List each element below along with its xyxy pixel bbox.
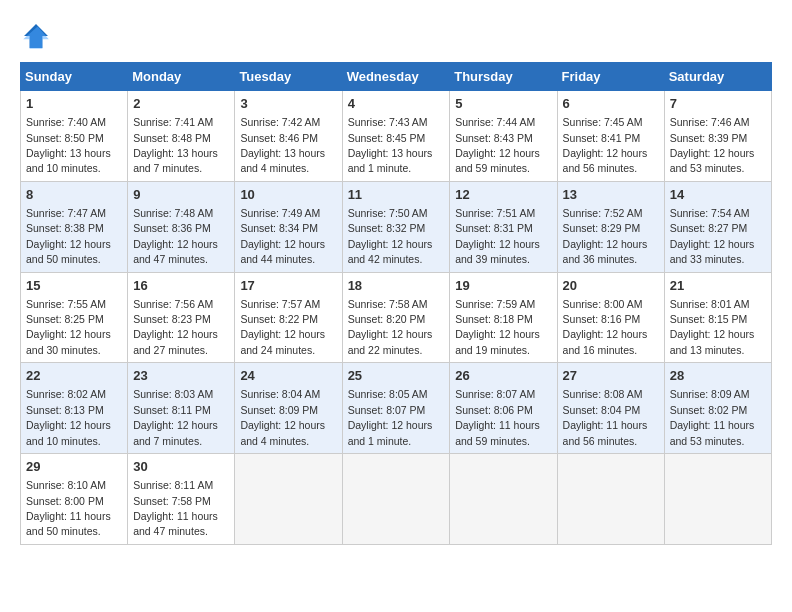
header-row: SundayMondayTuesdayWednesdayThursdayFrid… [21, 63, 772, 91]
day-info: Sunrise: 8:07 AMSunset: 8:06 PMDaylight:… [455, 388, 540, 446]
day-cell: 8Sunrise: 7:47 AMSunset: 8:38 PMDaylight… [21, 181, 128, 272]
day-cell: 17Sunrise: 7:57 AMSunset: 8:22 PMDayligh… [235, 272, 342, 363]
day-cell: 26Sunrise: 8:07 AMSunset: 8:06 PMDayligh… [450, 363, 557, 454]
day-number: 28 [670, 367, 766, 385]
day-cell: 28Sunrise: 8:09 AMSunset: 8:02 PMDayligh… [664, 363, 771, 454]
day-cell: 30Sunrise: 8:11 AMSunset: 7:58 PMDayligh… [128, 454, 235, 545]
day-cell [450, 454, 557, 545]
day-info: Sunrise: 7:44 AMSunset: 8:43 PMDaylight:… [455, 116, 540, 174]
day-cell: 18Sunrise: 7:58 AMSunset: 8:20 PMDayligh… [342, 272, 450, 363]
day-cell: 24Sunrise: 8:04 AMSunset: 8:09 PMDayligh… [235, 363, 342, 454]
day-cell: 15Sunrise: 7:55 AMSunset: 8:25 PMDayligh… [21, 272, 128, 363]
day-info: Sunrise: 7:52 AMSunset: 8:29 PMDaylight:… [563, 207, 648, 265]
day-info: Sunrise: 7:49 AMSunset: 8:34 PMDaylight:… [240, 207, 325, 265]
page-header [20, 20, 772, 52]
week-row-1: 1Sunrise: 7:40 AMSunset: 8:50 PMDaylight… [21, 91, 772, 182]
day-cell: 19Sunrise: 7:59 AMSunset: 8:18 PMDayligh… [450, 272, 557, 363]
day-cell: 29Sunrise: 8:10 AMSunset: 8:00 PMDayligh… [21, 454, 128, 545]
day-number: 15 [26, 277, 122, 295]
col-header-thursday: Thursday [450, 63, 557, 91]
day-number: 19 [455, 277, 551, 295]
day-number: 23 [133, 367, 229, 385]
day-number: 18 [348, 277, 445, 295]
day-cell: 27Sunrise: 8:08 AMSunset: 8:04 PMDayligh… [557, 363, 664, 454]
day-number: 22 [26, 367, 122, 385]
day-number: 5 [455, 95, 551, 113]
day-info: Sunrise: 8:04 AMSunset: 8:09 PMDaylight:… [240, 388, 325, 446]
week-row-3: 15Sunrise: 7:55 AMSunset: 8:25 PMDayligh… [21, 272, 772, 363]
day-info: Sunrise: 7:42 AMSunset: 8:46 PMDaylight:… [240, 116, 325, 174]
day-number: 13 [563, 186, 659, 204]
day-info: Sunrise: 8:01 AMSunset: 8:15 PMDaylight:… [670, 298, 755, 356]
day-cell: 25Sunrise: 8:05 AMSunset: 8:07 PMDayligh… [342, 363, 450, 454]
col-header-saturday: Saturday [664, 63, 771, 91]
day-info: Sunrise: 8:02 AMSunset: 8:13 PMDaylight:… [26, 388, 111, 446]
day-info: Sunrise: 7:58 AMSunset: 8:20 PMDaylight:… [348, 298, 433, 356]
day-number: 12 [455, 186, 551, 204]
day-number: 17 [240, 277, 336, 295]
day-info: Sunrise: 7:40 AMSunset: 8:50 PMDaylight:… [26, 116, 111, 174]
logo [20, 20, 56, 52]
day-number: 25 [348, 367, 445, 385]
day-cell [664, 454, 771, 545]
day-cell: 12Sunrise: 7:51 AMSunset: 8:31 PMDayligh… [450, 181, 557, 272]
day-number: 27 [563, 367, 659, 385]
day-number: 29 [26, 458, 122, 476]
day-info: Sunrise: 8:08 AMSunset: 8:04 PMDaylight:… [563, 388, 648, 446]
day-info: Sunrise: 7:48 AMSunset: 8:36 PMDaylight:… [133, 207, 218, 265]
day-info: Sunrise: 7:56 AMSunset: 8:23 PMDaylight:… [133, 298, 218, 356]
day-number: 20 [563, 277, 659, 295]
day-info: Sunrise: 8:03 AMSunset: 8:11 PMDaylight:… [133, 388, 218, 446]
col-header-monday: Monday [128, 63, 235, 91]
day-number: 10 [240, 186, 336, 204]
day-number: 6 [563, 95, 659, 113]
day-cell [342, 454, 450, 545]
week-row-2: 8Sunrise: 7:47 AMSunset: 8:38 PMDaylight… [21, 181, 772, 272]
day-number: 24 [240, 367, 336, 385]
day-cell [235, 454, 342, 545]
day-info: Sunrise: 8:00 AMSunset: 8:16 PMDaylight:… [563, 298, 648, 356]
day-number: 30 [133, 458, 229, 476]
day-info: Sunrise: 7:47 AMSunset: 8:38 PMDaylight:… [26, 207, 111, 265]
day-number: 21 [670, 277, 766, 295]
day-number: 4 [348, 95, 445, 113]
day-cell: 16Sunrise: 7:56 AMSunset: 8:23 PMDayligh… [128, 272, 235, 363]
day-info: Sunrise: 8:05 AMSunset: 8:07 PMDaylight:… [348, 388, 433, 446]
day-cell: 3Sunrise: 7:42 AMSunset: 8:46 PMDaylight… [235, 91, 342, 182]
day-cell: 7Sunrise: 7:46 AMSunset: 8:39 PMDaylight… [664, 91, 771, 182]
week-row-4: 22Sunrise: 8:02 AMSunset: 8:13 PMDayligh… [21, 363, 772, 454]
day-cell: 10Sunrise: 7:49 AMSunset: 8:34 PMDayligh… [235, 181, 342, 272]
day-info: Sunrise: 7:55 AMSunset: 8:25 PMDaylight:… [26, 298, 111, 356]
day-cell: 21Sunrise: 8:01 AMSunset: 8:15 PMDayligh… [664, 272, 771, 363]
day-cell: 11Sunrise: 7:50 AMSunset: 8:32 PMDayligh… [342, 181, 450, 272]
day-cell: 1Sunrise: 7:40 AMSunset: 8:50 PMDaylight… [21, 91, 128, 182]
logo-icon [20, 20, 52, 52]
col-header-tuesday: Tuesday [235, 63, 342, 91]
day-number: 8 [26, 186, 122, 204]
day-info: Sunrise: 7:54 AMSunset: 8:27 PMDaylight:… [670, 207, 755, 265]
day-number: 11 [348, 186, 445, 204]
day-cell: 6Sunrise: 7:45 AMSunset: 8:41 PMDaylight… [557, 91, 664, 182]
day-cell: 22Sunrise: 8:02 AMSunset: 8:13 PMDayligh… [21, 363, 128, 454]
day-number: 7 [670, 95, 766, 113]
day-cell: 2Sunrise: 7:41 AMSunset: 8:48 PMDaylight… [128, 91, 235, 182]
day-info: Sunrise: 7:50 AMSunset: 8:32 PMDaylight:… [348, 207, 433, 265]
day-info: Sunrise: 7:45 AMSunset: 8:41 PMDaylight:… [563, 116, 648, 174]
col-header-friday: Friday [557, 63, 664, 91]
week-row-5: 29Sunrise: 8:10 AMSunset: 8:00 PMDayligh… [21, 454, 772, 545]
col-header-sunday: Sunday [21, 63, 128, 91]
day-number: 26 [455, 367, 551, 385]
day-cell: 9Sunrise: 7:48 AMSunset: 8:36 PMDaylight… [128, 181, 235, 272]
day-info: Sunrise: 7:43 AMSunset: 8:45 PMDaylight:… [348, 116, 433, 174]
day-info: Sunrise: 7:46 AMSunset: 8:39 PMDaylight:… [670, 116, 755, 174]
day-cell: 4Sunrise: 7:43 AMSunset: 8:45 PMDaylight… [342, 91, 450, 182]
day-number: 14 [670, 186, 766, 204]
day-number: 1 [26, 95, 122, 113]
day-cell: 5Sunrise: 7:44 AMSunset: 8:43 PMDaylight… [450, 91, 557, 182]
day-number: 2 [133, 95, 229, 113]
day-info: Sunrise: 7:59 AMSunset: 8:18 PMDaylight:… [455, 298, 540, 356]
day-number: 16 [133, 277, 229, 295]
day-cell: 14Sunrise: 7:54 AMSunset: 8:27 PMDayligh… [664, 181, 771, 272]
day-cell: 23Sunrise: 8:03 AMSunset: 8:11 PMDayligh… [128, 363, 235, 454]
day-number: 3 [240, 95, 336, 113]
